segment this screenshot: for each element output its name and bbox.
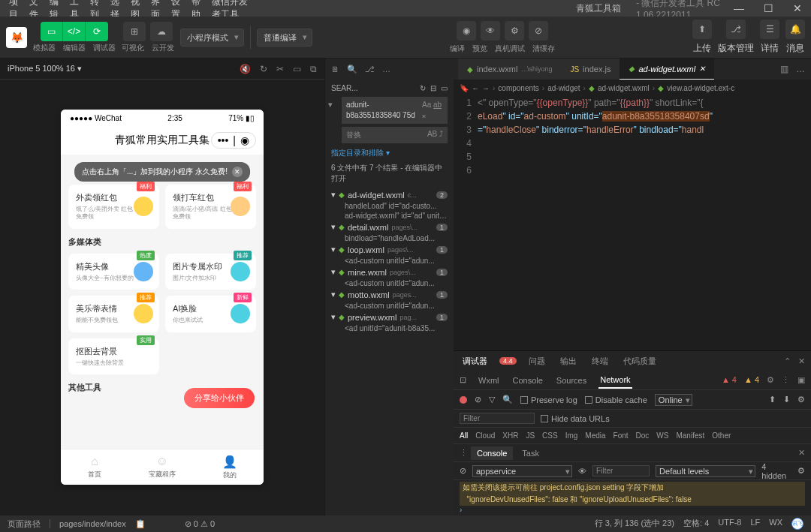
upload-button[interactable]: ⬆ <box>692 20 712 39</box>
tool-card[interactable]: 实用抠图去背景一键快速去除背景 <box>68 338 159 374</box>
device-select[interactable]: iPhone 5 100% 16 ▾ <box>8 64 82 74</box>
download-icon[interactable]: ⬇ <box>783 395 790 404</box>
type-filter[interactable]: All <box>460 431 468 440</box>
search-match[interactable]: handleLoad" id="ad-custo... <box>328 201 451 211</box>
close-icon[interactable]: ✕ <box>790 2 805 14</box>
type-filter[interactable]: Doc <box>636 431 650 440</box>
tool-card[interactable]: 推荐美乐蒂表情能能不免费领包 <box>68 296 159 332</box>
cursor-position[interactable]: 行 3, 列 136 (选中 23) <box>595 518 674 530</box>
visual-button[interactable]: ⊞ <box>123 22 146 41</box>
type-filter[interactable]: XHR <box>502 431 518 440</box>
search-match[interactable]: <ad-custom unitId="adun... <box>328 256 451 266</box>
eol[interactable]: LF <box>750 518 760 530</box>
encoding[interactable]: UTF-8 <box>718 518 741 530</box>
type-filter[interactable]: WS <box>656 431 668 440</box>
tool-card[interactable]: 福利外卖领红包饿了么/美团外卖 红包 天天免费领 <box>68 185 159 229</box>
search-match[interactable]: <ad-custom unitId="adun... <box>328 301 451 311</box>
search-file[interactable]: ▾◆ad-widget.wxml c...2 <box>328 188 451 201</box>
branch-icon[interactable]: ⎇ <box>365 65 375 74</box>
upload-icon[interactable]: ⬆ <box>769 395 776 404</box>
close-icon[interactable]: ✕ <box>798 448 805 458</box>
levels-select[interactable]: Default levels <box>656 465 755 477</box>
filter-icon[interactable]: ▽ <box>489 395 495 404</box>
search-file[interactable]: ▾◆preview.wxml pag...1 <box>328 311 451 323</box>
type-filter[interactable]: Img <box>565 431 578 440</box>
preview-button[interactable]: 👁 <box>481 21 500 41</box>
clear-cache-button[interactable]: ⊘ <box>529 21 548 41</box>
editor-tab[interactable]: ◆index.wxml ...\shiyong <box>458 59 561 80</box>
editor-tab-active[interactable]: ◆ad-widget.wxml✕ <box>620 59 714 80</box>
mode-select[interactable]: 小程序模式 <box>180 29 244 47</box>
tool-card[interactable]: 福利领打车红包滴滴/花小猪/高德 红包 天天免费领 <box>165 185 256 229</box>
message-button[interactable]: 🔔 <box>785 20 805 39</box>
checkbox[interactable] <box>585 396 592 404</box>
gear-icon[interactable]: ⚙ <box>797 395 805 404</box>
ime-icon[interactable]: 讯飞 <box>791 518 803 530</box>
devtools-tab[interactable]: 调试器 <box>460 353 490 370</box>
language[interactable]: WX <box>769 518 782 530</box>
type-filter[interactable]: CSS <box>542 431 558 440</box>
cloud-button[interactable]: ☁ <box>150 22 173 41</box>
files-icon[interactable]: 🗎 <box>331 65 339 74</box>
editor-button[interactable]: </> <box>63 22 86 41</box>
inspect-icon[interactable]: ⊡ <box>460 375 466 385</box>
net-tab[interactable]: Console <box>511 373 544 388</box>
more-icon[interactable]: ⋮ <box>460 448 468 458</box>
type-filter[interactable]: Manifest <box>676 431 704 440</box>
type-filter[interactable]: Cloud <box>475 431 495 440</box>
split-icon[interactable]: ▥ <box>780 64 788 74</box>
bookmark-icon[interactable]: 🔖 <box>460 84 469 92</box>
gear-icon[interactable]: ⚙ <box>767 375 774 385</box>
minimize-icon[interactable]: — <box>731 2 747 14</box>
search-input[interactable]: adunit-b8a3551835840 75d Aa ab ⁎ <box>342 97 448 124</box>
replace-input[interactable]: 替换 AB ⤴ <box>342 127 448 143</box>
copy-icon[interactable]: 📋 <box>135 519 146 529</box>
version-button[interactable]: ⎇ <box>726 20 746 39</box>
tabbar-me[interactable]: 👤我的 <box>196 449 264 485</box>
expand-icon[interactable]: ▾ <box>325 97 336 146</box>
close-icon[interactable]: ✕ <box>699 65 705 73</box>
clear-icon[interactable]: ⊘ <box>475 395 481 404</box>
refresh-icon[interactable]: ↻ <box>420 84 426 92</box>
page-path[interactable]: pages/index/index <box>59 519 126 528</box>
problems[interactable]: ⊘ 0 ⚠ 0 <box>185 519 215 529</box>
compile-button[interactable]: ◉ <box>457 21 476 41</box>
console-tab[interactable]: Task <box>516 446 545 460</box>
search-match[interactable]: bindload="handleAdLoad... <box>328 233 451 243</box>
editor-tab[interactable]: JSindex.js <box>561 59 620 80</box>
throttling-select[interactable]: Online <box>655 394 692 406</box>
record-icon[interactable] <box>460 396 467 404</box>
checkbox[interactable] <box>541 415 548 422</box>
debugger-button[interactable]: ⟳ <box>86 22 108 41</box>
error-count[interactable]: ▲ 4 <box>722 375 737 385</box>
maximize-icon[interactable]: ☐ <box>761 2 776 14</box>
search-match[interactable]: ad-widget.wxml" id="ad" unitI... <box>328 211 451 221</box>
rotate-icon[interactable]: ↻ <box>260 64 267 74</box>
chevron-up-icon[interactable]: ⌃ <box>784 356 791 366</box>
breadcrumb[interactable]: 🔖 ← → › components› ad-widget› ◆ad-widge… <box>454 80 811 96</box>
capsule-close-icon[interactable]: ◉ <box>240 134 249 146</box>
remote-debug-button[interactable]: ⚙ <box>505 21 524 41</box>
tool-card[interactable]: 热度精美头像头像大全~有你想要的 <box>68 254 159 290</box>
net-tab[interactable]: Wxml <box>477 373 501 388</box>
tabbar-home[interactable]: ⌂首页 <box>61 449 128 485</box>
search-file[interactable]: ▾◆loop.wxml pages\...1 <box>328 243 451 256</box>
net-tab[interactable]: Sources <box>555 373 588 388</box>
devtools-tab[interactable]: 问题 <box>526 353 548 370</box>
console-filter[interactable]: Filter <box>592 465 650 476</box>
collapse-icon[interactable]: ▭ <box>441 84 448 92</box>
devtools-tab[interactable]: 代码质量 <box>620 353 659 370</box>
search-file[interactable]: ▾◆motto.wxml pages...1 <box>328 288 451 301</box>
details-button[interactable]: ☰ <box>760 20 779 39</box>
project-icon[interactable]: 🦊 <box>6 27 27 48</box>
page-path-label[interactable]: 页面路径 <box>8 518 41 530</box>
toast-close-icon[interactable]: ✕ <box>232 167 243 177</box>
gear-icon[interactable]: ⚙ <box>797 466 805 476</box>
forward-icon[interactable]: → <box>482 84 490 92</box>
search-match[interactable]: <ad unitId="adunit-b8a35... <box>328 323 451 333</box>
eye-icon[interactable]: 👁 <box>578 467 586 476</box>
warning-count[interactable]: ▲ 4 <box>744 375 759 385</box>
cut-icon[interactable]: ✂ <box>276 64 284 74</box>
type-filter[interactable]: JS <box>526 431 535 440</box>
search-icon[interactable]: 🔍 <box>347 65 357 74</box>
